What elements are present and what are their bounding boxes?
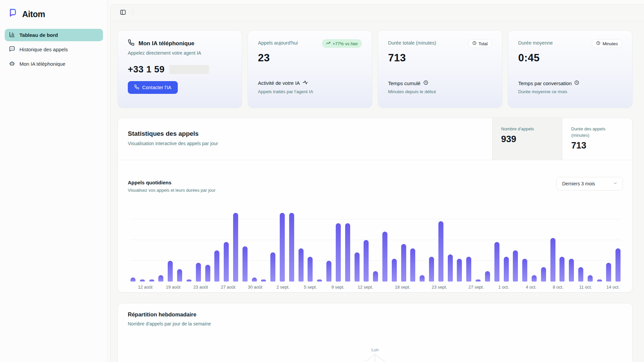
phone-icon: [128, 39, 135, 48]
metric-label: Nombre d'appels: [501, 126, 553, 132]
bar[interactable]: [243, 246, 248, 282]
bar[interactable]: [252, 278, 257, 282]
date-range-dropdown[interactable]: Derniers 3 mois: [556, 177, 623, 190]
bar[interactable]: [224, 242, 229, 282]
bar[interactable]: [559, 257, 565, 282]
statistics-title: Statistiques des appels: [128, 130, 199, 137]
bar[interactable]: [466, 257, 471, 282]
card-total-duration: Durée totale (minutes) Total 713 Temps c…: [378, 30, 502, 108]
bar[interactable]: [355, 252, 360, 282]
card-subtitle: Appelez directement votre agent IA: [128, 50, 232, 56]
bar[interactable]: [336, 223, 341, 282]
bar[interactable]: [578, 267, 583, 282]
sidebar-item-call-history[interactable]: Historique des appels: [5, 43, 103, 56]
bar[interactable]: [382, 232, 387, 282]
footer-subtitle: Minutes depuis le début: [388, 89, 436, 94]
bar[interactable]: [140, 280, 145, 282]
sidebar-item-label: Mon IA téléphonique: [19, 61, 65, 67]
x-axis-tick: 19 août: [166, 285, 180, 290]
x-axis-tick: 23 sept.: [432, 285, 447, 290]
sidebar-nav: Tableau de bord Historique des appels Mo…: [5, 29, 103, 70]
sidebar-toggle-button[interactable]: [118, 8, 127, 17]
bar[interactable]: [532, 275, 537, 282]
bar[interactable]: [476, 280, 481, 282]
bar[interactable]: [205, 265, 210, 282]
clock-icon: [472, 41, 477, 46]
card-title: Mon IA téléphonique: [139, 40, 195, 47]
card-value: 23: [258, 52, 362, 64]
bar[interactable]: [410, 248, 415, 282]
total-badge: Total: [468, 39, 492, 48]
bar[interactable]: [308, 257, 313, 282]
sidebar: Aitom Tableau de bord Historique des app…: [0, 0, 108, 362]
bar[interactable]: [438, 221, 443, 282]
bar[interactable]: [392, 259, 397, 282]
logo-text: Aitom: [22, 9, 45, 19]
x-axis-tick: 11 oct.: [579, 285, 592, 290]
bar[interactable]: [326, 261, 331, 282]
stat-cards-row: Mon IA téléphonique Appelez directement …: [117, 30, 633, 108]
bar[interactable]: [364, 240, 369, 282]
card-calls-today: Appels aujourd'hui +77% vs hier 23 Activ…: [248, 30, 372, 108]
bar[interactable]: [494, 242, 499, 282]
x-axis-tick: 5 sept.: [304, 285, 317, 290]
bar[interactable]: [429, 257, 434, 282]
bar[interactable]: [588, 275, 593, 282]
bar[interactable]: [177, 269, 182, 282]
bar[interactable]: [280, 213, 285, 282]
bar[interactable]: [299, 248, 304, 282]
contact-ai-button-label: Contacter l'IA: [142, 85, 171, 90]
bars: [130, 198, 621, 282]
chart-subtitle: Visualisez vos appels et leurs durées pa…: [128, 188, 215, 193]
contact-ai-button[interactable]: Contacter l'IA: [128, 81, 178, 94]
chat-icon: [9, 46, 15, 53]
phone-icon: [134, 84, 139, 90]
bar[interactable]: [373, 271, 378, 282]
minutes-badge: Minutes: [592, 39, 622, 48]
bar[interactable]: [186, 280, 192, 282]
bar[interactable]: [261, 280, 266, 282]
bar[interactable]: [541, 267, 546, 282]
bar[interactable]: [149, 280, 154, 282]
date-range-value: Derniers 3 mois: [562, 181, 595, 186]
bar[interactable]: [130, 278, 136, 282]
card-title: Durée moyenne: [518, 39, 553, 46]
bar[interactable]: [550, 238, 555, 282]
bar[interactable]: [615, 248, 621, 282]
call-statistics-card: Statistiques des appels Visualisation in…: [117, 118, 633, 293]
bar[interactable]: [214, 250, 219, 282]
clock-icon: [423, 80, 428, 86]
metric-value: 713: [571, 140, 624, 151]
bar[interactable]: [196, 263, 201, 282]
bar[interactable]: [569, 259, 574, 282]
metric-calls-count[interactable]: Nombre d'appels 939: [492, 118, 562, 160]
clock-icon: [596, 41, 600, 46]
activity-pulse-icon: [303, 80, 308, 86]
bar[interactable]: [158, 275, 163, 282]
bar[interactable]: [401, 244, 406, 282]
bar[interactable]: [420, 275, 425, 282]
bar[interactable]: [448, 254, 453, 282]
bar[interactable]: [513, 250, 518, 282]
bar[interactable]: [289, 213, 294, 282]
bar[interactable]: [317, 280, 322, 282]
daily-calls-bar-chart: [130, 198, 621, 282]
bar[interactable]: [457, 259, 462, 282]
bar[interactable]: [168, 261, 173, 282]
metric-calls-duration[interactable]: Durée des appels (minutes) 713: [562, 118, 632, 160]
bar[interactable]: [233, 213, 238, 282]
bar[interactable]: [522, 259, 527, 282]
trend-badge: +77% vs hier: [322, 39, 362, 48]
bar[interactable]: [597, 280, 602, 282]
clock-icon: [574, 80, 579, 86]
bar[interactable]: [270, 252, 275, 282]
bar[interactable]: [485, 271, 490, 282]
statistics-subtitle: Visualisation interactive des appels par…: [128, 141, 218, 146]
x-axis-ticks: 12 août19 août23 août27 août30 août2 sep…: [130, 285, 621, 291]
bar[interactable]: [504, 257, 509, 282]
bar[interactable]: [345, 223, 350, 282]
sidebar-item-my-ai-phone[interactable]: Mon IA téléphonique: [5, 58, 103, 70]
sidebar-item-dashboard[interactable]: Tableau de bord: [5, 29, 103, 41]
x-axis-tick: 12 sept.: [358, 285, 373, 290]
bar[interactable]: [606, 263, 611, 282]
